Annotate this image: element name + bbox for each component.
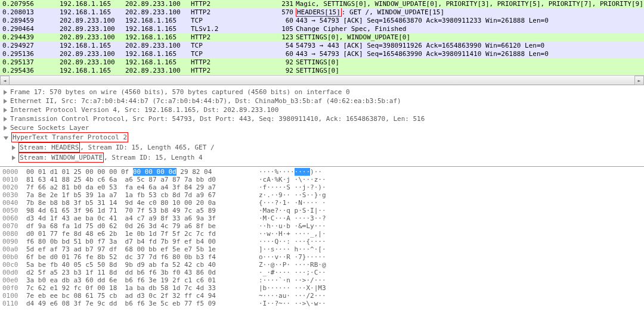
expand-icon[interactable] [4, 126, 7, 130]
info-cell: HEADERS[15]: GET /, WINDOW_UPDATE[15] [296, 8, 644, 17]
collapse-icon[interactable] [4, 136, 8, 140]
hex-bytes: 7f 66 a2 81 b0 da e0 53 fa e4 6a a4 3f 8… [26, 183, 259, 191]
hex-ascii: {···?·1· ·N···· · [259, 199, 642, 207]
length-cell: 570 [274, 8, 296, 17]
expand-icon[interactable] [4, 99, 7, 104]
frame-label: Frame 17: 570 bytes on wire (4560 bits),… [10, 88, 350, 96]
expand-icon[interactable] [12, 155, 16, 160]
horizontal-scrollbar[interactable]: ◄ ► [0, 75, 644, 85]
packet-list-pane[interactable]: 0.207956192.168.1.165202.89.233.100HTTP2… [0, 0, 644, 85]
hex-row[interactable]: 00307a 8e 2e 1f b5 39 1a a7 1a fb 53 cb … [2, 191, 642, 199]
hex-row[interactable]: 00a05d ef af 73 ad b7 97 df 68 00 bb ef … [2, 245, 642, 253]
hex-row[interactable]: 01007e eb ee bc 08 61 75 cb ad d3 0c 2f … [2, 292, 642, 300]
scroll-left-button[interactable]: ◄ [0, 76, 10, 85]
packet-row[interactable]: 0.290464202.89.233.100192.168.1.165TLSv1… [0, 25, 644, 33]
protocol-cell: TCP [191, 17, 274, 25]
scroll-right-button[interactable]: ► [634, 76, 644, 85]
hex-bytes: d2 5f a5 23 b3 1f 11 8d dd b6 f6 3b f0 4… [26, 269, 259, 276]
hex-bytes: 6f be d0 01 76 fe 8b 52 dc 37 7d f6 80 0… [26, 253, 259, 261]
stream-headers-row[interactable]: Stream: HEADERS , Stream ID: 15, Length … [4, 142, 640, 152]
source-cell: 192.168.1.165 [60, 8, 125, 17]
hex-bytes: 81 63 41 88 25 4b c6 6a a6 5c 87 a7 87 7… [26, 176, 259, 183]
info-cell: 443 → 54793 [ACK] Seq=1654863990 Ack=398… [296, 50, 644, 58]
hex-row[interactable]: 00c05a be fb 40 05 c5 50 8d 9b d9 ab fa … [2, 261, 642, 269]
hex-ascii-selection: ···· [295, 168, 311, 176]
stream-windowupdate-label: Stream: WINDOW_UPDATE [18, 152, 104, 163]
hex-bytes: 00 01 d1 01 25 00 00 00 0f 00 00 00 0d 2… [26, 168, 259, 176]
length-cell: 54 [274, 42, 296, 50]
hex-ascii: ··w··H·+ ····_,|· [259, 230, 642, 238]
hex-offset: 0100 [2, 292, 26, 300]
hex-ascii: o···v··R ·7}····· [259, 253, 642, 261]
hex-ascii: ··h··u·b ·&=Ly··· [259, 222, 642, 230]
http2-label: HyperText Transfer Protocol 2 [11, 132, 128, 142]
time-cell: 0.295137 [0, 58, 60, 67]
hex-bytes: 5a be fb 40 05 c5 50 8d 9b d9 ab fa 52 4… [26, 261, 259, 269]
hex-row[interactable]: 000000 01 d1 01 25 00 00 00 0f 00 00 00 … [2, 168, 642, 176]
protocol-cell: TLSv1.2 [191, 25, 274, 33]
hex-ascii: ]··s···· h···^·[· [259, 245, 642, 253]
packet-row[interactable]: 0.295436192.168.1.165202.89.233.100HTTP2… [0, 67, 644, 75]
ip-row[interactable]: Internet Protocol Version 4, Src: 192.16… [4, 105, 640, 114]
hex-row[interactable]: 0070df 9a 68 fa 1d 75 d0 62 0d 26 3d 4c … [2, 222, 642, 230]
expand-icon[interactable] [4, 117, 7, 122]
hex-offset: 0070 [2, 222, 26, 230]
info-highlight: HEADERS[15] [296, 8, 342, 17]
packet-row[interactable]: 0.294927192.168.1.165202.89.233.100TCP54… [0, 42, 644, 50]
expand-icon[interactable] [4, 108, 7, 113]
ssl-row[interactable]: Secure Sockets Layer [4, 123, 640, 132]
hex-offset: 00c0 [2, 261, 26, 269]
packet-row[interactable]: 0.208013192.168.1.165202.89.233.100HTTP2… [0, 8, 644, 17]
protocol-cell: HTTP2 [191, 8, 274, 17]
hex-ascii: ~····au· ···/2··· [259, 292, 642, 300]
hex-row[interactable]: 005098 4d 61 65 3f 96 1d 71 70 7f 53 b8 … [2, 207, 642, 214]
hex-ascii: ·Mae?··q p·S·I|·· [259, 207, 642, 214]
frame-row[interactable]: Frame 17: 570 bytes on wire (4560 bits),… [4, 88, 640, 96]
length-cell: 60 [274, 17, 296, 25]
packet-row[interactable]: 0.295137202.89.233.100192.168.1.165HTTP2… [0, 58, 644, 67]
time-cell: 0.295436 [0, 67, 60, 75]
protocol-cell: HTTP2 [191, 33, 274, 42]
tcp-row[interactable]: Transmission Control Protocol, Src Port:… [4, 114, 640, 123]
protocol-cell: HTTP2 [191, 58, 274, 67]
source-cell: 192.168.1.165 [60, 67, 125, 75]
hex-row[interactable]: 00f07c 62 e1 92 fc 0f 00 18 1a ba db 58 … [2, 284, 642, 292]
hex-row[interactable]: 001081 63 41 88 25 4b c6 6a a6 5c 87 a7 … [2, 176, 642, 183]
hex-bytes: d3 4d 1f 43 ae ba 0c 41 a4 c7 a9 8f 33 a… [26, 214, 259, 222]
protocol-cell: HTTP2 [191, 0, 274, 8]
http2-row[interactable]: HyperText Transfer Protocol 2 [4, 132, 640, 142]
hex-ascii: ····Q··: ···{···· [259, 238, 642, 245]
info-cell: 54793 → 443 [ACK] Seq=3980911926 Ack=165… [296, 42, 644, 50]
hex-row[interactable]: 0090f6 80 0b bd 51 b0 f7 3a d7 b4 fd 7b … [2, 238, 642, 245]
hex-row[interactable]: 00407b 8e b8 b8 3f b5 31 14 9d 4e c0 80 … [2, 199, 642, 207]
hex-row[interactable]: 0080d0 01 77 fe 8d 48 e6 2b 1e 0b 1d 7f … [2, 230, 642, 238]
destination-cell: 202.89.233.100 [125, 0, 191, 8]
hex-offset: 0080 [2, 230, 26, 238]
hex-row[interactable]: 00b06f be d0 01 76 fe 8b 52 dc 37 7d f6 … [2, 253, 642, 261]
ethernet-row[interactable]: Ethernet II, Src: 7c:a7:b0:b4:44:b7 (7c:… [4, 96, 640, 105]
hex-pane[interactable]: 000000 01 d1 01 25 00 00 00 0f 00 00 00 … [0, 167, 644, 309]
hex-row[interactable]: 00d0d2 5f a5 23 b3 1f 11 8d dd b6 f6 3b … [2, 269, 642, 276]
source-cell: 202.89.233.100 [60, 17, 125, 25]
hex-row[interactable]: 00e03a b0 ea db a3 60 dd 6e b6 f6 3e 19 … [2, 276, 642, 284]
hex-bytes: 7e eb ee bc 08 61 75 cb ad d3 0c 2f 32 f… [26, 292, 259, 300]
packet-row[interactable]: 0.207956192.168.1.165202.89.233.100HTTP2… [0, 0, 644, 8]
hex-row[interactable]: 0060d3 4d 1f 43 ae ba 0c 41 a4 c7 a9 8f … [2, 214, 642, 222]
stream-headers-rest: , Stream ID: 15, Length 465, GET / [80, 143, 214, 152]
packet-row[interactable]: 0.295136202.89.233.100192.168.1.165TCP60… [0, 50, 644, 58]
expand-icon[interactable] [12, 145, 16, 150]
hex-offset: 0030 [2, 191, 26, 199]
expand-icon[interactable] [4, 90, 7, 95]
stream-windowupdate-row[interactable]: Stream: WINDOW_UPDATE , Stream ID: 15, L… [4, 152, 640, 163]
hex-row[interactable]: 0110d4 49 e6 08 3f 7e 9c dd b6 f6 3e 5c … [2, 300, 642, 307]
hex-selection: 00 00 00 0d [133, 168, 177, 176]
time-cell: 0.207956 [0, 0, 60, 8]
hex-offset: 0110 [2, 300, 26, 307]
hex-row[interactable]: 00207f 66 a2 81 b0 da e0 53 fa e4 6a a4 … [2, 183, 642, 191]
packet-row[interactable]: 0.294439202.89.233.100192.168.1.165HTTP2… [0, 33, 644, 42]
protocol-tree-pane[interactable]: Frame 17: 570 bytes on wire (4560 bits),… [0, 85, 644, 167]
packet-row[interactable]: 0.289459202.89.233.100192.168.1.165TCP60… [0, 17, 644, 25]
time-cell: 0.208013 [0, 8, 60, 17]
source-cell: 192.168.1.165 [60, 0, 125, 8]
hex-offset: 00e0 [2, 276, 26, 284]
